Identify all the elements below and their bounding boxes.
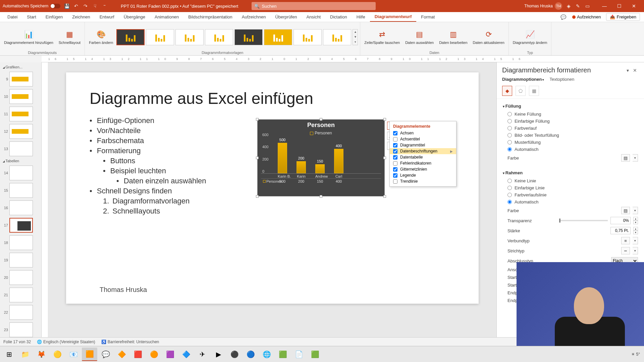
change-colors-button[interactable]: 🎨Farben ändern — [87, 28, 115, 46]
touch-mode-icon[interactable]: ☟ — [92, 3, 98, 9]
slide-thumb-18[interactable]: 18 — [0, 234, 41, 251]
chrome-icon[interactable]: 🟡 — [50, 348, 65, 361]
fill-color-button[interactable]: ▨ — [621, 154, 630, 162]
app-icon-7[interactable]: 🟩 — [275, 348, 290, 361]
slide-thumb-19[interactable]: 19 — [0, 251, 41, 269]
section-grafiken[interactable]: Grafiken... — [0, 64, 41, 70]
qat-more-icon[interactable]: ⁼ — [101, 3, 107, 9]
collapse-pane-icon[interactable]: ▾ — [624, 68, 631, 73]
slide-thumb-11[interactable]: 11 — [0, 105, 41, 123]
chart-style-3[interactable] — [175, 29, 204, 45]
app-icon-2[interactable]: 🟥 — [130, 348, 146, 361]
add-chart-element-button[interactable]: 📊Diagrammelement hinzufügen — [2, 28, 55, 46]
fill-line-icon[interactable]: ◆ — [502, 86, 512, 96]
app-icon-4[interactable]: ▶ — [211, 348, 226, 361]
tab-ansicht[interactable]: Ansicht — [302, 12, 325, 22]
telegram-icon[interactable]: ✈ — [195, 348, 210, 361]
transparency-input[interactable] — [610, 217, 631, 224]
minimize-button[interactable]: — — [597, 0, 612, 12]
app-icon-5[interactable]: 🔵 — [243, 348, 258, 361]
weather-tray[interactable]: ☀ 5° — [631, 352, 640, 357]
slide-thumb-21[interactable]: 21 — [0, 286, 41, 304]
maximize-button[interactable]: ☐ — [612, 0, 627, 12]
ribbon-options-icon[interactable]: ▭ — [584, 3, 590, 9]
tab-aufzeichnen[interactable]: Aufzeichnen — [237, 12, 271, 22]
width-input[interactable] — [610, 227, 631, 234]
spin-down[interactable]: ▼ — [633, 231, 638, 234]
tab-start[interactable]: Start — [22, 12, 41, 22]
flyout-item-legende[interactable]: Legende — [390, 172, 456, 178]
chart-legend[interactable]: Personen — [258, 131, 384, 137]
line-color-dropdown[interactable]: ▾ — [633, 207, 638, 214]
compound-button[interactable]: ≡ — [621, 237, 630, 244]
close-pane-icon[interactable]: ✕ — [631, 68, 639, 73]
tab-zeichnen[interactable]: Zeichnen — [67, 12, 95, 22]
tab-dictation[interactable]: Dictation — [325, 12, 352, 22]
save-icon[interactable]: 💾 — [64, 3, 70, 9]
excel-icon[interactable]: 🟩 — [307, 348, 323, 361]
coming-soon-icon[interactable]: ◈ — [566, 3, 572, 9]
onenote-icon[interactable]: 🟪 — [162, 348, 178, 361]
user-account[interactable]: Thomas Hruska TH — [524, 2, 562, 10]
quick-layout-button[interactable]: ▦Schnelllayout — [57, 28, 83, 46]
slide-thumb-23[interactable]: 23 — [0, 321, 41, 337]
size-props-icon[interactable]: ▦ — [529, 86, 539, 96]
record-button[interactable]: Aufzeichnen — [570, 13, 604, 20]
chart-title[interactable]: Personen — [258, 120, 384, 131]
slide-thumb-10[interactable]: 10 — [0, 88, 41, 105]
app-icon[interactable]: 💬 — [98, 348, 113, 361]
radio-gradient-fill[interactable]: Farbverlauf — [503, 125, 638, 132]
spin-down[interactable]: ▼ — [633, 221, 638, 224]
slide-counter[interactable]: Folie 17 von 32 — [3, 340, 31, 344]
slide-thumb-17[interactable]: 17 — [0, 217, 41, 234]
slide-thumb-22[interactable]: 22 — [0, 304, 41, 321]
switch-row-col-button[interactable]: ⇄Zeile/Spalte tauschen — [362, 28, 402, 46]
refresh-data-button[interactable]: ⟳Daten aktualisieren — [471, 28, 506, 46]
flyout-item-achsen[interactable]: Achsen — [390, 130, 456, 136]
tab-entwurf[interactable]: Entwurf — [95, 12, 119, 22]
spin-up[interactable]: ▲ — [633, 227, 638, 231]
tab-uebergaenge[interactable]: Übergänge — [119, 12, 150, 22]
flyout-item-datentabelle[interactable]: Datentabelle — [390, 154, 456, 160]
radio-auto-fill[interactable]: Automatisch — [503, 146, 638, 153]
transparency-slider[interactable] — [559, 220, 608, 221]
radio-picture-fill[interactable]: Bild- oder Texturfüllung — [503, 132, 638, 139]
app-icon-6[interactable]: 🌐 — [259, 348, 274, 361]
radio-solid-fill[interactable]: Einfarbige Füllung — [503, 118, 638, 125]
tab-einfuegen[interactable]: Einfügen — [41, 12, 67, 22]
dash-dropdown[interactable]: ▾ — [633, 247, 638, 254]
chart-bar[interactable]: 200 — [297, 161, 306, 173]
flyout-item-fehlerindikatoren[interactable]: Fehlerindikatoren — [390, 160, 456, 166]
accessibility-status[interactable]: ♿Barrierefreiheit: Untersuchen — [101, 340, 159, 344]
radio-no-line[interactable]: Keine Linie — [503, 177, 638, 184]
radio-auto-line[interactable]: Automatisch — [503, 198, 638, 205]
close-button[interactable]: ✕ — [627, 0, 641, 12]
chart-style-5[interactable] — [234, 29, 263, 45]
slide-editor[interactable]: Diagramme aus Excel einfügen Einfüge-Opt… — [42, 62, 496, 337]
fill-color-dropdown[interactable]: ▾ — [633, 154, 638, 162]
chart-bar[interactable]: 150 — [315, 164, 325, 173]
radio-solid-line[interactable]: Einfarbige Linie — [503, 184, 638, 191]
radio-gradient-line[interactable]: Farbverlaufslinie — [503, 191, 638, 198]
spin-up[interactable]: ▲ — [633, 217, 638, 221]
firefox-icon[interactable]: 🦊 — [34, 348, 49, 361]
tab-diagrammentwurf[interactable]: Diagrammentwurf — [370, 12, 417, 22]
privacy-icon[interactable]: ✎ — [575, 3, 581, 9]
powerpoint-icon[interactable]: 🟧 — [82, 348, 97, 361]
search-box[interactable]: 🔍 Suchen — [252, 2, 376, 10]
change-chart-type-button[interactable]: 📈Diagrammtyp ändern — [511, 28, 549, 46]
chart-object[interactable]: Personen Personen 0200400600500200150400… — [257, 119, 385, 196]
tab-text-options[interactable]: Textoptionen — [549, 77, 574, 82]
flyout-item-diagrammtitel[interactable]: Diagrammtitel — [390, 142, 456, 148]
chart-style-7[interactable] — [293, 29, 322, 45]
obs-icon[interactable]: ⚫ — [227, 348, 242, 361]
toggle-off-icon[interactable] — [50, 4, 60, 8]
radio-pattern-fill[interactable]: Musterfüllung — [503, 139, 638, 146]
radio-no-fill[interactable]: Keine Füllung — [503, 111, 638, 118]
chart-plot[interactable]: 0200400600500200150400 — [261, 137, 381, 174]
app-icon-3[interactable]: 🟠 — [146, 348, 162, 361]
slide-thumb-13[interactable]: 13 — [0, 140, 41, 158]
flyout-item-trendlinie[interactable]: Trendlinie — [390, 178, 456, 184]
chart-bar[interactable]: 400 — [334, 149, 343, 173]
gallery-scroll[interactable]: ▲▼▾ — [353, 29, 358, 45]
